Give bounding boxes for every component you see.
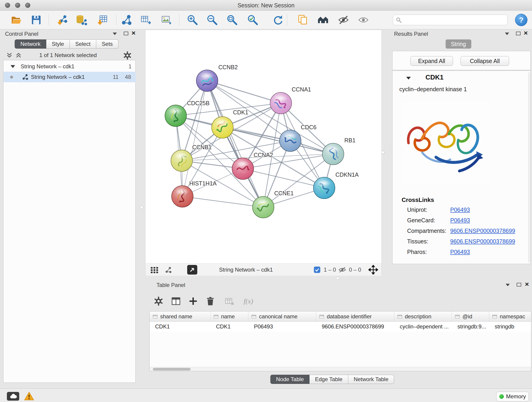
pharos-link[interactable]: P06493 <box>450 249 470 255</box>
grid-view-icon[interactable] <box>151 267 159 273</box>
zoom-fit-button[interactable] <box>225 13 239 27</box>
help-button[interactable]: ? <box>515 14 527 26</box>
cell-id[interactable]: stringdb:9... <box>452 322 489 332</box>
section-expander-icon[interactable] <box>406 76 411 80</box>
create-network-from-table-button[interactable] <box>139 13 153 27</box>
column-header-shared-name[interactable]: shared name <box>150 312 210 322</box>
zoom-selected-button[interactable] <box>246 13 260 27</box>
clone-network-button[interactable] <box>120 13 133 27</box>
save-session-button[interactable] <box>29 13 43 27</box>
network-edge[interactable] <box>243 169 324 188</box>
column-header-id[interactable]: @id <box>452 312 489 322</box>
left-splitter-handle[interactable] <box>140 206 143 209</box>
right-splitter-handle[interactable] <box>381 151 385 154</box>
zoom-out-button[interactable] <box>205 13 219 27</box>
genecard-link[interactable]: P06493 <box>450 217 470 223</box>
collapse-all-networks-icon[interactable] <box>15 52 22 59</box>
cloud-status-button[interactable] <box>7 392 19 401</box>
float-panel-icon[interactable] <box>124 32 128 35</box>
cell-name[interactable]: CDK1 <box>210 322 249 332</box>
show-columns-button[interactable] <box>170 295 182 307</box>
column-header-namespace[interactable]: namespac <box>489 312 531 322</box>
collapse-panel-icon[interactable] <box>113 32 117 35</box>
network-collection-row[interactable]: String Network – cdk1 1 <box>4 61 136 72</box>
uniprot-link[interactable]: P06493 <box>450 206 470 213</box>
cell-namespace[interactable]: stringdb <box>489 322 531 332</box>
column-header-description[interactable]: description <box>394 312 452 322</box>
network-node[interactable]: CDKN1A <box>313 172 359 199</box>
bottom-splitter-handle[interactable] <box>336 277 339 280</box>
network-options-gear-icon[interactable] <box>123 51 132 60</box>
hidden-eye-slash-icon[interactable] <box>338 267 346 273</box>
fit-selected-crosshair-icon[interactable] <box>368 265 378 274</box>
trash-icon <box>205 296 215 306</box>
hide-annotations-button[interactable] <box>336 13 350 27</box>
close-panel-icon[interactable]: × <box>524 30 528 36</box>
tab-string[interactable]: String <box>446 39 471 49</box>
cell-description[interactable]: cyclin–dependent ... <box>394 322 452 332</box>
collapse-panel-icon[interactable] <box>505 32 509 35</box>
tab-network-table[interactable]: Network Table <box>348 375 394 384</box>
warning-button[interactable] <box>24 391 35 401</box>
network-node[interactable]: CCNE1 <box>253 190 294 218</box>
cell-canonical-name[interactable]: P06493 <box>248 322 316 332</box>
tab-select[interactable]: Select <box>70 39 96 49</box>
tab-network[interactable]: Network <box>15 39 46 49</box>
import-network-from-database-button[interactable] <box>75 13 88 27</box>
network-node[interactable]: CCNB1 <box>171 144 212 172</box>
network-row[interactable]: String Network – cdk1 11 48 <box>4 72 136 82</box>
sphere-gloss-highlight <box>317 179 331 187</box>
home-layout-button[interactable] <box>317 13 330 27</box>
network-edge[interactable] <box>182 196 263 207</box>
collapse-all-button[interactable]: Collapse All <box>461 56 509 66</box>
show-graphics-details-button[interactable] <box>356 13 370 27</box>
float-panel-icon[interactable] <box>516 32 520 35</box>
import-network-from-file-button[interactable] <box>55 13 69 27</box>
network-edge[interactable] <box>207 81 263 207</box>
expand-all-networks-icon[interactable] <box>6 52 13 59</box>
open-in-new-window-button[interactable] <box>187 265 197 274</box>
network-node[interactable]: CCNA1 <box>270 86 311 114</box>
cell-shared-name[interactable]: CDK1 <box>150 322 210 332</box>
float-panel-icon[interactable] <box>517 283 521 287</box>
close-panel-icon[interactable]: × <box>132 30 136 36</box>
memory-button[interactable]: Memory <box>496 392 529 401</box>
open-session-button[interactable] <box>9 13 23 27</box>
birds-eye-view-icon[interactable] <box>165 266 172 274</box>
close-panel-icon[interactable]: × <box>525 281 529 287</box>
results-scrollbar[interactable] <box>528 72 530 262</box>
delete-columns-button[interactable] <box>204 295 216 307</box>
zoom-in-button[interactable] <box>186 13 199 27</box>
tab-sets[interactable]: Sets <box>96 39 119 49</box>
table-row[interactable]: CDK1 CDK1 P06493 9606.ENSP00000378699 cy… <box>150 322 531 332</box>
tissues-link[interactable]: 9606.ENSP00000378699 <box>450 238 515 245</box>
selected-checkbox-icon[interactable] <box>314 267 320 273</box>
copy-document-button[interactable] <box>296 13 310 27</box>
network-node[interactable]: RB1 <box>322 137 355 165</box>
table-options-button[interactable] <box>152 295 165 307</box>
column-header-name[interactable]: name <box>210 312 249 322</box>
expand-all-button[interactable]: Expand All <box>410 56 453 66</box>
create-column-button[interactable] <box>187 295 199 307</box>
tab-node-table[interactable]: Node Table <box>270 375 310 384</box>
collection-expander-icon[interactable] <box>11 65 15 68</box>
network-edge[interactable] <box>182 81 207 196</box>
column-header-canonical-name[interactable]: canonical name <box>248 312 316 322</box>
collapse-panel-icon[interactable] <box>506 284 510 286</box>
cell-database-identifier[interactable]: 9606.ENSP00000378699 <box>316 322 394 332</box>
column-header-database-identifier[interactable]: database identifier <box>316 312 394 322</box>
network-node[interactable]: CDK1 <box>212 109 248 138</box>
network-node[interactable]: HIST1H1A <box>172 180 217 207</box>
network-edge[interactable] <box>207 81 281 103</box>
network-canvas[interactable]: CCNB2CCNA1CDC25BCDK1CDC6RB1CCNB1CCNA2CDK… <box>146 30 381 263</box>
scrollbar-thumb[interactable] <box>153 368 191 370</box>
search-input[interactable] <box>404 15 505 25</box>
compartments-link[interactable]: 9606.ENSP00000378699 <box>450 228 515 234</box>
export-image-button[interactable] <box>159 13 173 27</box>
refresh-button[interactable] <box>271 13 285 27</box>
tab-style[interactable]: Style <box>46 39 70 49</box>
network-node[interactable]: CCNB2 <box>196 64 238 91</box>
network-node[interactable]: CCNA2 <box>232 152 273 179</box>
tab-edge-table[interactable]: Edge Table <box>310 375 348 384</box>
import-table-from-file-button[interactable] <box>95 13 109 27</box>
